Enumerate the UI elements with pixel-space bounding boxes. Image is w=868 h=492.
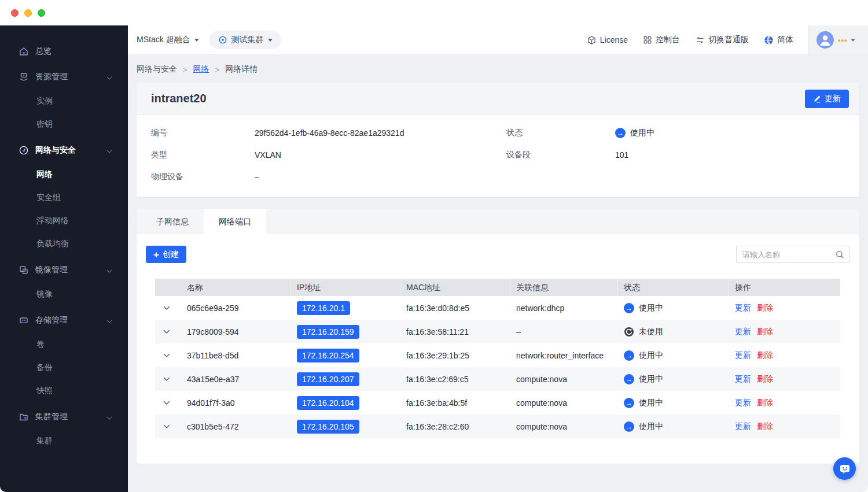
language-button[interactable]: 简体 bbox=[764, 35, 793, 45]
console-button[interactable]: 控制台 bbox=[643, 35, 680, 45]
row-update-link[interactable]: 更新 bbox=[735, 327, 751, 336]
chevron-down-icon bbox=[194, 39, 199, 42]
sidebar-item-label: 集群 bbox=[36, 436, 53, 446]
sidebar-item-label: 密钥 bbox=[36, 119, 53, 130]
sidebar-item-network[interactable]: 网络 bbox=[0, 163, 128, 186]
column-header: MAC地址 bbox=[400, 279, 510, 296]
sidebar: 总览 资源管理 实例 密钥 网络与安全 网络 安全组 浮动网络 bbox=[0, 25, 128, 492]
license-button[interactable]: License bbox=[587, 35, 628, 45]
sidebar-item-backups[interactable]: 备份 bbox=[0, 356, 128, 379]
status-in-use-icon: → bbox=[624, 350, 634, 361]
chat-bubble-icon bbox=[838, 463, 851, 475]
mac-address: fa:16:3e:c2:69:c5 bbox=[400, 375, 510, 384]
sidebar-item-clusters[interactable]: 集群 bbox=[0, 430, 128, 453]
create-button-label: 创建 bbox=[163, 249, 179, 260]
expand-row-icon[interactable] bbox=[162, 304, 171, 313]
relation-info: compute:nova bbox=[510, 398, 618, 408]
sidebar-item-keys[interactable]: 密钥 bbox=[0, 113, 128, 136]
breadcrumb-item: 网络与安全 bbox=[137, 64, 177, 75]
ip-badge: 172.16.20.105 bbox=[297, 420, 359, 434]
close-window-icon[interactable] bbox=[11, 9, 19, 17]
maximize-window-icon[interactable] bbox=[38, 9, 45, 17]
sidebar-item-overview[interactable]: 总览 bbox=[0, 39, 128, 64]
chevron-down-icon bbox=[106, 317, 112, 323]
row-delete-link[interactable]: 删除 bbox=[757, 303, 773, 312]
row-delete-link[interactable]: 删除 bbox=[757, 421, 773, 431]
expand-row-icon[interactable] bbox=[162, 375, 171, 384]
switch-version-button[interactable]: 切换普通版 bbox=[695, 35, 749, 45]
ports-card: 子网信息 网络端口 + 创建 bbox=[137, 209, 859, 464]
sidebar-item-label: 安全组 bbox=[36, 193, 61, 203]
product-switcher[interactable]: MStack 超融合 bbox=[137, 35, 199, 45]
table-row: c301b5e5-472 172.16.20.105 fa:16:3e:28:c… bbox=[155, 415, 840, 438]
sidebar-item-label: 资源管理 bbox=[35, 72, 68, 82]
expand-row-icon[interactable] bbox=[162, 398, 171, 408]
row-delete-link[interactable]: 删除 bbox=[757, 374, 773, 383]
row-delete-link[interactable]: 删除 bbox=[757, 327, 773, 336]
sidebar-item-instances[interactable]: 实例 bbox=[0, 90, 128, 113]
sidebar-item-label: 网络与安全 bbox=[35, 145, 76, 156]
field-value-type: VXLAN bbox=[255, 150, 281, 160]
mac-address: fa:16:3e:28:c2:60 bbox=[400, 422, 510, 431]
sidebar-item-snapshots[interactable]: 快照 bbox=[0, 379, 128, 402]
table-row: 43a15e0e-a37 172.16.20.207 fa:16:3e:c2:6… bbox=[155, 367, 840, 391]
breadcrumb-separator: > bbox=[183, 65, 187, 74]
update-network-button[interactable]: 更新 bbox=[805, 90, 849, 108]
sidebar-item-storage-mgmt[interactable]: 存储管理 bbox=[0, 308, 128, 333]
sidebar-item-image-mgmt[interactable]: 镜像管理 bbox=[0, 257, 128, 283]
sidebar-item-label: 卷 bbox=[36, 339, 45, 350]
sidebar-item-network-security[interactable]: 网络与安全 bbox=[0, 138, 128, 163]
avatar bbox=[816, 31, 834, 49]
column-header: 操作 bbox=[729, 279, 839, 296]
row-update-link[interactable]: 更新 bbox=[735, 350, 751, 360]
sidebar-item-volumes[interactable]: 卷 bbox=[0, 333, 128, 356]
create-port-button[interactable]: + 创建 bbox=[146, 246, 186, 263]
ip-badge: 172.16.20.254 bbox=[297, 349, 359, 362]
cluster-selector[interactable]: 测试集群 bbox=[209, 31, 281, 49]
column-header: 状态 bbox=[618, 279, 729, 296]
update-button-label: 更新 bbox=[825, 94, 841, 104]
ip-badge: 172.16.20.159 bbox=[297, 325, 359, 339]
search-icon[interactable] bbox=[836, 250, 844, 259]
port-name: c301b5e5-472 bbox=[187, 422, 239, 431]
table-header-row: 名称 IP地址 MAC地址 关联信息 状态 操作 bbox=[155, 279, 840, 296]
row-update-link[interactable]: 更新 bbox=[735, 421, 751, 431]
language-label: 简体 bbox=[777, 35, 793, 45]
expand-row-icon[interactable] bbox=[162, 422, 171, 431]
sidebar-item-load-balancer[interactable]: 负载均衡 bbox=[0, 232, 128, 256]
tab-subnet-info[interactable]: 子网信息 bbox=[141, 209, 204, 234]
row-update-link[interactable]: 更新 bbox=[735, 398, 751, 407]
sidebar-item-label: 镜像管理 bbox=[35, 265, 68, 275]
user-menu[interactable]: ••• bbox=[808, 25, 868, 54]
detail-card-header: intranet20 更新 bbox=[137, 83, 859, 115]
sidebar-item-cluster-mgmt[interactable]: 集群管理 bbox=[0, 404, 128, 430]
row-delete-link[interactable]: 删除 bbox=[757, 350, 773, 360]
relation-info: compute:nova bbox=[510, 422, 618, 431]
sidebar-item-security-groups[interactable]: 安全组 bbox=[0, 186, 128, 209]
chevron-down-icon bbox=[851, 39, 855, 42]
field-label: 设备段 bbox=[498, 150, 615, 160]
sidebar-item-images[interactable]: 镜像 bbox=[0, 283, 128, 306]
row-update-link[interactable]: 更新 bbox=[735, 303, 751, 312]
sidebar-item-label: 总览 bbox=[35, 46, 52, 57]
console-label: 控制台 bbox=[656, 35, 680, 45]
status-text: 使用中 bbox=[639, 303, 663, 313]
row-update-link[interactable]: 更新 bbox=[735, 374, 751, 383]
search-input[interactable] bbox=[742, 250, 836, 259]
expand-row-icon[interactable] bbox=[162, 351, 171, 360]
ip-badge: 172.16.20.104 bbox=[297, 396, 359, 410]
plus-icon: + bbox=[153, 250, 159, 260]
row-delete-link[interactable]: 删除 bbox=[757, 398, 773, 407]
breadcrumb-link-network[interactable]: 网络 bbox=[193, 64, 209, 75]
cube-license-icon bbox=[587, 35, 597, 45]
tab-network-ports[interactable]: 网络端口 bbox=[204, 209, 266, 234]
chat-support-button[interactable] bbox=[833, 457, 856, 480]
sidebar-item-floating-network[interactable]: 浮动网络 bbox=[0, 209, 128, 232]
relation-info: network:dhcp bbox=[510, 304, 618, 313]
table-row: 179c8009-594 172.16.20.159 fa:16:3e:58:1… bbox=[155, 320, 840, 343]
sidebar-item-label: 存储管理 bbox=[35, 315, 68, 325]
minimize-window-icon[interactable] bbox=[24, 9, 32, 17]
expand-row-icon[interactable] bbox=[162, 327, 171, 336]
chevron-down-icon bbox=[106, 414, 112, 419]
sidebar-item-resource-mgmt[interactable]: 资源管理 bbox=[0, 64, 128, 90]
